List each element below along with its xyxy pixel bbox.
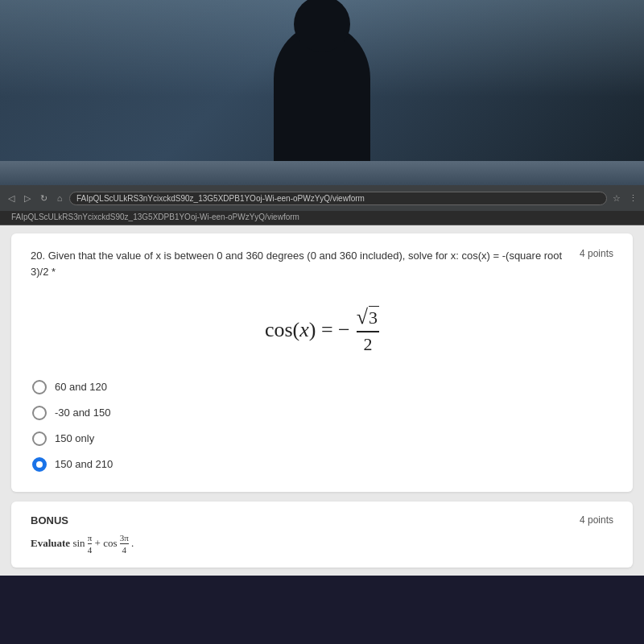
option-label-3: 150 only <box>55 432 94 444</box>
formula-display: cos(x) = − 3 2 <box>31 289 613 374</box>
option-item-2[interactable]: -30 and 150 <box>31 400 613 426</box>
formula-inner: cos(x) = − 3 2 <box>265 305 379 355</box>
bonus-text: Evaluate sin π 4 + cos 3π 4 . <box>31 533 613 555</box>
option-item-4[interactable]: 150 and 210 <box>31 452 613 477</box>
forward-icon[interactable]: ▷ <box>21 192 34 204</box>
bonus-header: BONUS 4 points <box>31 514 613 526</box>
url-bar[interactable]: FAIpQLScULkRS3nYcixckdS90z_13G5XDPB1YOoj… <box>0 211 644 225</box>
fraction: 3 2 <box>357 305 379 355</box>
options-list: 60 and 120 -30 and 150 150 only 150 and … <box>31 374 613 477</box>
question-asterisk: * <box>52 266 56 278</box>
radio-button-2[interactable] <box>32 406 47 420</box>
option-label-1: 60 and 120 <box>55 381 107 393</box>
bonus-card: BONUS 4 points Evaluate sin π 4 + cos 3π… <box>11 502 633 568</box>
menu-icon[interactable]: ⋮ <box>626 192 639 204</box>
option-label-2: -30 and 150 <box>55 407 110 419</box>
main-content: 20. Given that the value of x is between… <box>0 225 644 576</box>
question-card-20: 20. Given that the value of x is between… <box>11 233 633 492</box>
webcam-background <box>0 0 644 161</box>
question-text: 20. Given that the value of x is between… <box>31 248 580 279</box>
address-bar[interactable]: FAIpQLScULkRS3nYcixckdS90z_13G5XDPB1YOoj… <box>69 192 607 205</box>
cos-x-text: cos(x) = − <box>265 318 350 342</box>
refresh-icon[interactable]: ↻ <box>37 192 50 204</box>
question-number: 20. <box>31 250 45 262</box>
home-icon[interactable]: ⌂ <box>53 192 66 204</box>
radio-inner-4 <box>36 461 43 468</box>
bonus-points: 4 points <box>580 514 613 526</box>
fraction-denominator: 2 <box>363 334 372 355</box>
person-silhouette <box>274 24 370 161</box>
bonus-title: BONUS <box>31 514 68 526</box>
back-icon[interactable]: ◁ <box>5 192 18 204</box>
option-item-3[interactable]: 150 only <box>31 426 613 452</box>
points-badge: 4 points <box>580 248 613 259</box>
radio-button-4[interactable] <box>32 457 47 472</box>
sqrt-radicand: 3 <box>369 306 379 328</box>
fraction-numerator: 3 <box>357 305 379 329</box>
desk-area <box>0 161 644 185</box>
pi-over-4: π 4 <box>88 533 93 555</box>
bookmark-icon[interactable]: ☆ <box>610 192 623 204</box>
3pi-over-4: 3π 4 <box>120 533 129 555</box>
radio-button-1[interactable] <box>32 380 47 394</box>
radio-button-3[interactable] <box>32 431 47 446</box>
option-label-4: 150 and 210 <box>55 458 113 470</box>
browser-chrome: ◁ ▷ ↻ ⌂ FAIpQLScULkRS3nYcixckdS90z_13G5X… <box>0 185 644 225</box>
browser-toolbar: ◁ ▷ ↻ ⌂ FAIpQLScULkRS3nYcixckdS90z_13G5X… <box>0 185 644 211</box>
evaluate-label: Evaluate <box>31 536 70 548</box>
fraction-bar <box>357 331 379 332</box>
sqrt-symbol: 3 <box>357 305 379 329</box>
question-header: 20. Given that the value of x is between… <box>31 248 613 279</box>
option-item-1[interactable]: 60 and 120 <box>31 374 613 400</box>
question-body: Given that the value of x is between 0 a… <box>31 250 562 278</box>
